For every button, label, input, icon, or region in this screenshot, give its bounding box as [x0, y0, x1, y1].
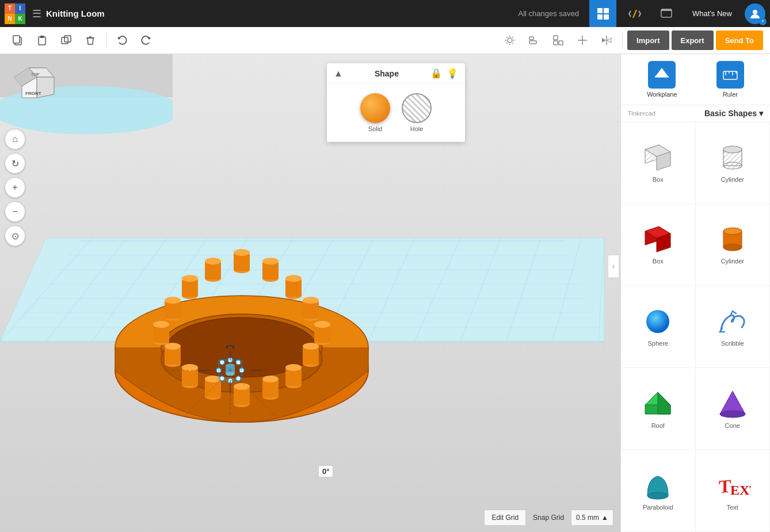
snap-grid-select[interactable]: 0.5 mm ▲ — [571, 510, 613, 526]
redo-button[interactable] — [135, 29, 157, 51]
shape-panel-collapse-btn[interactable]: ▲ — [334, 68, 343, 79]
3d-viewport[interactable]: FRONT TOP ⌂ ↻ + − ⊙ ▲ Shape 🔒 💡 — [0, 54, 620, 532]
paste-button[interactable] — [31, 29, 53, 51]
copy-button[interactable] — [7, 29, 29, 51]
edit-grid-button[interactable]: Edit Grid — [484, 510, 526, 526]
codeblocks-button[interactable] — [621, 0, 648, 27]
orientation-cube-svg: FRONT TOP — [12, 63, 58, 109]
text-shape-icon: T EXT — [714, 470, 751, 500]
shape-box-wire-label: Box — [653, 176, 664, 183]
svg-rect-9 — [13, 36, 20, 43]
solid-label: Solid — [368, 125, 382, 132]
svg-point-92 — [182, 364, 198, 371]
orbit-button[interactable]: ↻ — [5, 153, 25, 174]
svg-point-158 — [723, 244, 742, 251]
shape-item-box-wire[interactable]: Box — [621, 122, 696, 204]
sendto-button[interactable]: Send To — [716, 30, 763, 50]
shape-item-paraboloid[interactable]: Paraboloid — [621, 450, 696, 532]
export-button[interactable]: Export — [672, 30, 714, 50]
svg-marker-139 — [655, 68, 669, 77]
svg-point-159 — [646, 310, 669, 333]
svg-rect-15 — [529, 41, 536, 44]
zoom-out-button[interactable]: − — [5, 201, 25, 222]
svg-point-68 — [285, 275, 302, 282]
svg-rect-1 — [604, 8, 609, 13]
whats-new-button[interactable]: What's New — [684, 0, 740, 27]
shape-scribble-label: Scribble — [721, 340, 744, 347]
group-button[interactable] — [547, 29, 569, 51]
shape-item-cone[interactable]: Cone — [696, 368, 771, 450]
svg-point-83 — [165, 297, 181, 304]
svg-point-62 — [234, 249, 250, 256]
shape-cylinder-orange-label: Cylinder — [721, 258, 744, 265]
shape-item-cylinder-wire[interactable]: Cylinder — [696, 122, 771, 204]
top-navigation: T I N K ☰ Knitting Loom All changes save… — [0, 0, 770, 27]
logo-t: T — [5, 3, 15, 14]
shape-item-scribble[interactable]: Scribble — [696, 286, 771, 368]
box-red-icon — [639, 224, 676, 254]
workplane-tool[interactable]: Workplane — [647, 61, 677, 98]
roof-icon — [639, 389, 676, 419]
panel-tools: Workplane Ruler — [621, 54, 770, 105]
orientation-cube[interactable]: FRONT TOP — [12, 63, 52, 104]
viewport-controls: ⌂ ↻ + − ⊙ — [5, 129, 25, 246]
svg-point-86 — [153, 321, 169, 328]
solid-option[interactable]: Solid — [360, 93, 390, 132]
shape-item-cylinder-orange[interactable]: Cylinder — [696, 204, 771, 286]
logo-i: I — [15, 3, 25, 14]
delete-button[interactable] — [79, 29, 101, 51]
svg-point-71 — [303, 297, 319, 304]
svg-point-80 — [285, 364, 302, 371]
shape-item-box-red[interactable]: Box — [621, 204, 696, 286]
import-button[interactable]: Import — [627, 30, 669, 50]
shapes-category-select[interactable]: Basic Shapes ▾ — [704, 109, 763, 118]
shape-panel-divider — [327, 141, 465, 142]
svg-rect-6 — [661, 9, 672, 11]
main-area: FRONT TOP ⌂ ↻ + − ⊙ ▲ Shape 🔒 💡 — [0, 54, 770, 532]
shapes-source-label: Tinkercad — [628, 110, 655, 117]
project-menu-icon[interactable]: ☰ — [32, 7, 41, 20]
app-logo[interactable]: T I N K — [5, 3, 25, 24]
duplicate-button[interactable] — [55, 29, 77, 51]
svg-point-74 — [314, 321, 330, 328]
ruler-label: Ruler — [723, 91, 738, 98]
hole-label: Hole — [410, 125, 424, 132]
shape-panel: ▲ Shape 🔒 💡 Solid Hole — [327, 63, 465, 142]
shape-item-sphere[interactable]: Sphere — [621, 286, 696, 368]
panel-collapse-button[interactable]: › — [608, 255, 619, 278]
undo-button[interactable] — [111, 29, 133, 51]
3d-view-button[interactable] — [589, 0, 616, 27]
svg-rect-0 — [597, 8, 603, 13]
svg-point-59 — [205, 258, 221, 265]
shape-light-button[interactable]: 💡 — [447, 68, 458, 79]
hole-option[interactable]: Hole — [402, 93, 432, 132]
shape-lock-button[interactable]: 🔒 — [430, 68, 442, 79]
align-button[interactable] — [523, 29, 545, 51]
svg-rect-10 — [39, 37, 45, 45]
shape-item-text[interactable]: T EXT Text — [696, 450, 771, 532]
right-panel: Workplane Ruler Tinkercad Bas — [620, 54, 770, 532]
svg-point-77 — [303, 343, 319, 350]
svg-text:EXT: EXT — [730, 483, 751, 497]
user-avatar-button[interactable]: + — [745, 3, 765, 24]
project-title: Knitting Loom — [46, 9, 514, 18]
shape-cylinder-wire-label: Cylinder — [721, 176, 744, 183]
cylinder-orange-icon — [714, 224, 751, 254]
zoom-in-button[interactable]: + — [5, 177, 25, 198]
sim-button[interactable] — [653, 0, 680, 27]
distribute-button[interactable] — [571, 29, 593, 51]
shape-roof-label: Roof — [651, 422, 665, 429]
svg-rect-14 — [529, 37, 533, 40]
shape-item-roof[interactable]: Roof — [621, 368, 696, 450]
home-view-button[interactable]: ⌂ — [5, 129, 25, 150]
svg-rect-17 — [559, 41, 563, 45]
hole-circle — [402, 93, 432, 123]
shapes-category-label: Basic Shapes — [704, 109, 757, 118]
ruler-tool[interactable]: Ruler — [716, 61, 744, 98]
shapes-grid: Box Cylinder — [621, 122, 770, 532]
fit-view-button[interactable]: ⊙ — [5, 225, 25, 246]
mirror-button[interactable] — [596, 29, 617, 51]
light-visibility-button[interactable] — [499, 29, 521, 51]
svg-point-157 — [723, 228, 742, 235]
shapes-library-header: Tinkercad Basic Shapes ▾ — [621, 105, 770, 122]
